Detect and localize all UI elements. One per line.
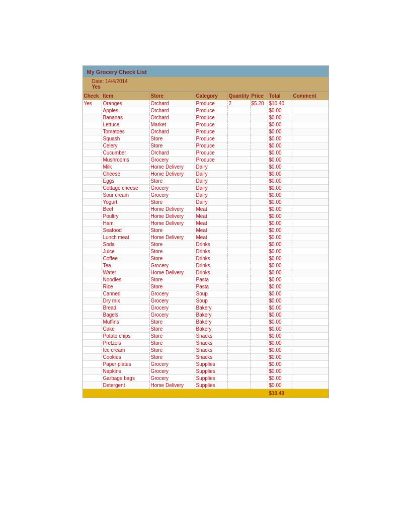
cell-check <box>83 199 102 205</box>
table-row: LettuceMarketProduce$0.00 <box>83 121 328 128</box>
cell-check <box>83 171 102 177</box>
table-row: SeafoodStoreMeat$0.00 <box>83 227 328 234</box>
total-category-cell <box>195 390 228 397</box>
table-row: Cottage cheeseGroceryDairy$0.00 <box>83 185 328 192</box>
cell-item: Milk <box>102 164 150 170</box>
cell-store: Home Delivery <box>150 269 195 276</box>
cell-comment <box>292 157 322 163</box>
cell-check <box>83 297 102 304</box>
cell-category: Produce <box>195 121 228 128</box>
cell-total: $0.00 <box>268 375 292 382</box>
cell-price <box>251 297 268 304</box>
cell-total: $0.00 <box>268 199 292 205</box>
table-row: YogurtStoreDairy$0.00 <box>83 199 328 206</box>
cell-category: Meat <box>195 227 228 234</box>
cell-quantity <box>228 319 251 325</box>
cell-total: $0.00 <box>268 283 292 290</box>
cell-comment <box>292 269 322 276</box>
cell-category: Meat <box>195 234 228 241</box>
cell-item: Tea <box>102 262 150 269</box>
cell-store: Home Delivery <box>150 234 195 241</box>
total-comment-cell <box>292 390 322 397</box>
cell-comment <box>292 213 322 219</box>
cell-total: $0.00 <box>268 326 292 332</box>
cell-quantity <box>228 290 251 297</box>
cell-category: Produce <box>195 135 228 142</box>
cell-item: Garbage bags <box>102 375 150 382</box>
table-row: NapkinsGrocerySupplies$0.00 <box>83 368 328 375</box>
cell-price <box>251 171 268 177</box>
cell-check <box>83 248 102 255</box>
header-check: Check <box>83 93 102 99</box>
cell-check <box>83 192 102 198</box>
cell-item: Soda <box>102 241 150 248</box>
cell-store: Orchard <box>150 114 195 121</box>
cell-price <box>251 340 268 346</box>
cell-item: Bananas <box>102 114 150 121</box>
cell-comment <box>292 333 322 339</box>
table-row: Paper platesGrocerySupplies$0.00 <box>83 361 328 368</box>
table-row: CookiesStoreSnacks$0.00 <box>83 354 328 361</box>
cell-store: Grocery <box>150 192 195 198</box>
cell-price <box>251 241 268 248</box>
cell-quantity <box>228 382 251 389</box>
cell-store: Grocery <box>150 375 195 382</box>
cell-category: Pasta <box>195 283 228 290</box>
cell-total: $0.00 <box>268 241 292 248</box>
cell-price <box>251 361 268 367</box>
table-row: CeleryStoreProduce$0.00 <box>83 142 328 149</box>
cell-item: Sour cream <box>102 192 150 198</box>
cell-comment <box>292 297 322 304</box>
cell-price <box>251 206 268 212</box>
header-store: Store <box>150 93 195 99</box>
cell-price <box>251 347 268 353</box>
cell-quantity <box>228 297 251 304</box>
cell-total: $0.00 <box>268 220 292 226</box>
table-body: YesOrangesOrchardProduce2$5.20$10.40Appl… <box>83 100 328 389</box>
cell-comment <box>292 128 322 135</box>
cell-item: Pretzels <box>102 340 150 346</box>
cell-item: Seafood <box>102 227 150 234</box>
cell-comment <box>292 107 322 114</box>
cell-store: Grocery <box>150 290 195 297</box>
cell-check <box>83 305 102 311</box>
cell-item: Dry mix <box>102 297 150 304</box>
cell-quantity <box>228 269 251 276</box>
cell-check <box>83 319 102 325</box>
cell-total: $0.00 <box>268 227 292 234</box>
cell-store: Orchard <box>150 107 195 114</box>
total-quantity-cell <box>228 390 251 397</box>
cell-quantity <box>228 164 251 170</box>
total-price-cell <box>251 390 268 397</box>
cell-category: Produce <box>195 149 228 156</box>
cell-item: Bread <box>102 305 150 311</box>
cell-item: Beef <box>102 206 150 212</box>
header-item: Item <box>102 93 150 99</box>
cell-total: $0.00 <box>268 269 292 276</box>
table-row: Potato chipsStoreSnacks$0.00 <box>83 333 328 340</box>
cell-total: $0.00 <box>268 276 292 283</box>
cell-category: Dairy <box>195 192 228 198</box>
cell-quantity <box>228 305 251 311</box>
header-price: Price <box>251 93 268 99</box>
cell-category: Drinks <box>195 248 228 255</box>
cell-store: Store <box>150 283 195 290</box>
cell-check <box>83 290 102 297</box>
cell-comment <box>292 220 322 226</box>
cell-category: Snacks <box>195 347 228 353</box>
cell-quantity <box>228 121 251 128</box>
table-row: CoffeeStoreDrinks$0.00 <box>83 255 328 262</box>
cell-quantity <box>228 333 251 339</box>
cell-total: $10.40 <box>268 100 292 107</box>
cell-category: Supplies <box>195 368 228 374</box>
cell-price <box>251 255 268 262</box>
cell-comment <box>292 234 322 241</box>
cell-quantity <box>228 149 251 156</box>
cell-store: Store <box>150 255 195 262</box>
grocery-table: My Grocery Check List Date: 14/4/2014 Ye… <box>83 65 329 398</box>
cell-price <box>251 213 268 219</box>
cell-category: Produce <box>195 142 228 149</box>
cell-store: Store <box>150 248 195 255</box>
cell-quantity <box>228 361 251 367</box>
cell-quantity <box>228 375 251 382</box>
